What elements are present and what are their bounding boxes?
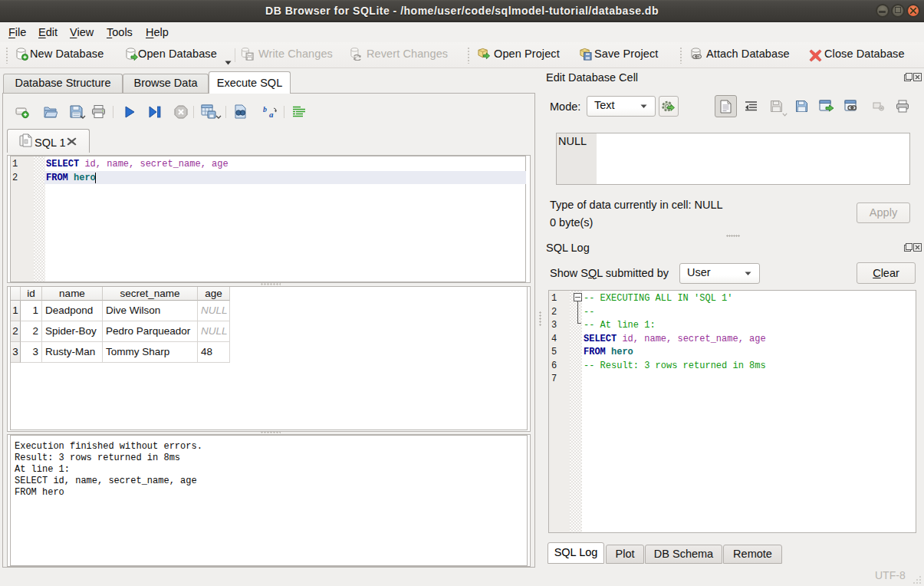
svg-text:b: b <box>263 105 267 114</box>
svg-text:a: a <box>269 110 274 119</box>
